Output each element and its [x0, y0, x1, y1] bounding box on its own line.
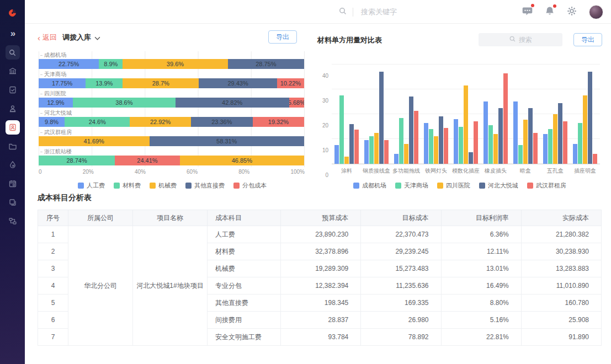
bar-group [511, 60, 540, 164]
x-category-label: 橡皮插头 [481, 167, 511, 175]
stacked-bar-segment: 42.82% [176, 98, 289, 108]
cell-number: 29,239.245 [361, 243, 441, 260]
legend-label: 天津商场 [404, 181, 428, 190]
bar [573, 144, 577, 164]
sidebar-item-windows[interactable] [6, 195, 20, 210]
cell-number: 198.345 [281, 295, 361, 312]
bar [379, 72, 384, 164]
back-button[interactable]: ‹ 返回 [38, 33, 57, 42]
alerts-button[interactable] [545, 6, 555, 18]
bar [414, 111, 418, 164]
cell-subject: 专业分包 [208, 277, 281, 295]
column-header: 预算成本 [281, 210, 361, 226]
legend-item[interactable]: 武汉群租房 [527, 181, 566, 190]
column-header: 目标成本 [361, 210, 441, 226]
cell-number: 19,289.309 [281, 260, 361, 277]
stacked-bar-segment: 9.8% [39, 117, 65, 127]
stacked-bar-segment: 8.9% [99, 59, 123, 69]
cell-number: 11,235.636 [361, 277, 441, 295]
cell-subject: 其他直接费 [208, 295, 281, 312]
legend-swatch [78, 183, 84, 189]
sidebar-item-search[interactable] [6, 45, 20, 60]
bar [474, 121, 478, 164]
legend-label: 四川医院 [446, 181, 470, 190]
bar [498, 108, 503, 164]
legend-item[interactable]: 机械费 [150, 181, 177, 190]
droplet-icon [8, 160, 17, 169]
column-header: 实际成本 [521, 210, 601, 226]
legend-item[interactable]: 材料费 [114, 181, 141, 190]
app-logo[interactable] [6, 6, 20, 20]
stacked-bar-segment: 5.68% [289, 98, 304, 108]
stacked-bar-segment: 41.69% [39, 136, 150, 146]
settings-button[interactable] [567, 6, 577, 18]
x-tick-label: 20% [83, 169, 94, 175]
search-input[interactable]: 搜索关键字 [361, 7, 397, 17]
bar [518, 145, 523, 164]
sidebar-item-company[interactable] [6, 64, 20, 78]
report-type-dropdown[interactable]: 调拨入库 [62, 33, 100, 42]
column-header: 所属公司 [68, 210, 133, 226]
user-menu[interactable] [589, 5, 603, 19]
stacked-bar-row: 河北大悦城9.8%24.6%22.92%23.36%19.32% [39, 109, 304, 129]
legend-item[interactable]: 河北大悦城 [479, 181, 518, 190]
bar [523, 120, 528, 164]
legend-label: 武汉群租房 [536, 181, 566, 190]
sidebar-item-workflow[interactable] [6, 214, 20, 228]
bar [588, 72, 592, 164]
sidebar-item-approval[interactable] [6, 83, 20, 97]
building-icon [8, 67, 17, 76]
legend-item[interactable]: 其他直接费 [185, 181, 225, 190]
export-button-left[interactable]: 导出 [268, 30, 297, 44]
stacked-bar-segment: 39.6% [123, 59, 227, 69]
cell-number: 93.784 [281, 329, 361, 346]
sidebar-item-personnel[interactable] [6, 101, 20, 116]
cell-number: 13.01% [441, 260, 521, 277]
bar [394, 154, 399, 164]
bar [469, 152, 473, 164]
bar [409, 97, 413, 164]
legend-item[interactable]: 四川医院 [437, 181, 470, 190]
double-chevron-icon: » [10, 28, 14, 39]
export-button-right[interactable]: 导出 [573, 33, 602, 46]
cell-number: 91.890 [521, 329, 601, 346]
stacked-row-label: 浙江航站楼 [39, 148, 304, 156]
sidebar: » [0, 0, 25, 364]
bar [533, 133, 538, 164]
cell-number: 21,280.382 [521, 226, 601, 243]
cell-subject: 材料费 [208, 243, 281, 260]
bar-group [421, 60, 451, 164]
messages-button[interactable] [522, 6, 533, 18]
sidebar-item-resources[interactable] [6, 158, 20, 172]
stacked-bar-segment: 58.31% [150, 136, 304, 146]
x-tick-label: 60% [187, 169, 198, 175]
clipboard-check-icon [8, 85, 17, 94]
legend-item[interactable]: 分包成本 [233, 181, 267, 190]
bar-group [391, 60, 421, 164]
bar [434, 136, 438, 164]
sidebar-item-schedule[interactable] [6, 176, 20, 191]
legend-item[interactable]: 人工费 [78, 181, 105, 190]
sidebar-item-files[interactable] [6, 139, 20, 153]
legend-item[interactable]: 成都机场 [353, 181, 386, 190]
sidebar-item-cost-active[interactable] [6, 120, 20, 135]
legend-swatch [527, 183, 533, 189]
material-search-input[interactable]: 搜索 [479, 33, 562, 46]
bar-group [570, 60, 600, 164]
global-search[interactable]: 搜索关键字 [338, 7, 397, 18]
report-title: 调拨入库 [62, 33, 91, 42]
bar [364, 140, 369, 164]
legend-swatch [233, 183, 240, 189]
sidebar-collapse-button[interactable]: » [6, 26, 20, 41]
cell-number: 11,010.890 [521, 277, 601, 295]
cell-subject: 间接费用 [208, 312, 281, 329]
bar [369, 136, 374, 164]
grouped-chart-plot [332, 60, 600, 164]
transfer-chart-panel: ‹ 返回 调拨入库 导出 成都机场22.75%8.9%39.6%28.75%天津… [38, 30, 307, 190]
grouped-chart: 010203040 涂料钢质接线盒多功能拖线铁网灯头模数化插座橡皮插头暗盒五孔盒… [317, 60, 602, 190]
stacked-row-label: 天津商场 [39, 71, 304, 78]
back-chevron-icon: ‹ [38, 33, 40, 42]
legend-item[interactable]: 天津商场 [395, 181, 428, 190]
stacked-bar-segment: 10.22% [277, 78, 304, 88]
notification-dot [531, 4, 534, 7]
